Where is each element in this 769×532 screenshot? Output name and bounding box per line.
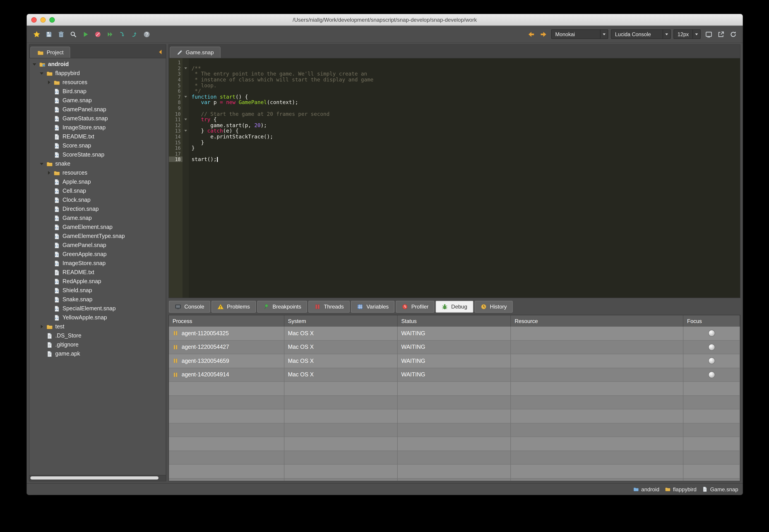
tree-item-gamepanel-snap[interactable]: GamePanel.snap [29, 105, 166, 114]
focus-radio[interactable] [708, 344, 715, 351]
gutter-line-number[interactable]: 9 [169, 105, 182, 111]
tab-history[interactable]: History [474, 301, 513, 312]
tree-item-scorestate-snap[interactable]: ScoreState.snap [29, 150, 166, 159]
collapse-sidebar-button[interactable] [156, 47, 165, 57]
step-return-button[interactable] [129, 29, 139, 39]
tree-item-test[interactable]: test [29, 322, 166, 331]
gutter-line-number[interactable]: 2 [169, 66, 182, 71]
tree-item-resources[interactable]: resources [29, 168, 166, 177]
fullscreen-button[interactable] [703, 29, 714, 39]
tree-item-gameelementtype-snap[interactable]: GameElementType.snap [29, 232, 166, 241]
tab-project[interactable]: Project [30, 47, 70, 58]
window-titlebar[interactable]: /Users/niallg/Work/development/snapscrip… [27, 14, 743, 26]
theme-select[interactable]: Monokai [551, 29, 608, 39]
column-header-resource[interactable]: Resource [511, 315, 684, 327]
column-header-system[interactable]: System [284, 315, 398, 327]
zoom-window-button[interactable] [49, 17, 55, 22]
breadcrumb-item-game-snap[interactable]: Game.snap [702, 486, 738, 492]
tree-item-game-apk[interactable]: game.apk [29, 349, 166, 358]
gutter-line-number[interactable]: 5 [169, 83, 182, 88]
tree-item-readme-txt[interactable]: README.txt [29, 268, 166, 277]
tree-item-flappybird[interactable]: flappybird [29, 69, 166, 78]
breadcrumb-item-android[interactable]: android [633, 486, 659, 492]
sidebar-horizontal-scrollbar[interactable] [29, 475, 166, 481]
tree-item-shield-snap[interactable]: Shield.snap [29, 286, 166, 295]
column-header-process[interactable]: Process [169, 315, 284, 327]
tree-item-clock-snap[interactable]: Clock.snap [29, 195, 166, 204]
column-header-status[interactable]: Status [398, 315, 511, 327]
tree-item-apple-snap[interactable]: Apple.snap [29, 177, 166, 186]
focus-radio[interactable] [708, 371, 715, 378]
fold-toggle-icon[interactable] [182, 67, 189, 69]
tab-threads[interactable]: Threads [308, 301, 350, 312]
trash-button[interactable] [56, 29, 66, 39]
tree-item-specialelement-snap[interactable]: SpecialElement.snap [29, 304, 166, 313]
tree-item-ds-store[interactable]: .DS_Store [29, 331, 166, 340]
stop-button[interactable] [92, 29, 103, 39]
tree-closed-arrow-icon[interactable] [39, 325, 44, 328]
tab-game-snap[interactable]: Game.snap [170, 47, 221, 58]
tree-item-cell-snap[interactable]: Cell.snap [29, 186, 166, 195]
tab-problems[interactable]: Problems [212, 301, 256, 312]
table-row[interactable]: agent-1320054659Mac OS XWAITING [169, 354, 740, 368]
tree-item-direction-snap[interactable]: Direction.snap [29, 204, 166, 214]
close-window-button[interactable] [31, 17, 37, 22]
tree-item-redapple-snap[interactable]: RedApple.snap [29, 277, 166, 286]
gutter-line-number[interactable]: 10 [169, 111, 182, 116]
tree-item-yellowapple-snap[interactable]: YellowApple.snap [29, 313, 166, 322]
fold-toggle-icon[interactable] [182, 119, 189, 120]
gutter-line-number[interactable]: 15 [169, 140, 182, 145]
gutter-line-number[interactable]: 17 [169, 151, 182, 157]
table-row[interactable]: agent-1220054427Mac OS XWAITING [169, 340, 740, 354]
tree-item-score-snap[interactable]: Score.snap [29, 141, 166, 150]
step-into-button[interactable] [117, 29, 127, 39]
font-select[interactable]: Lucida Console [611, 29, 671, 39]
back-button[interactable] [526, 29, 536, 39]
tree-item-gamestatus-snap[interactable]: GameStatus.snap [29, 114, 166, 123]
font-size-select[interactable]: 12px [674, 29, 701, 39]
open-external-button[interactable] [716, 29, 726, 39]
tree-closed-arrow-icon[interactable] [47, 81, 51, 84]
minimize-window-button[interactable] [40, 17, 46, 22]
code-editor[interactable]: 12/**3 * The entry point into the game. … [168, 58, 740, 298]
gutter-line-number[interactable]: 18 [169, 157, 182, 162]
tree-item-game-snap[interactable]: Game.snap [29, 214, 166, 223]
gutter-line-number[interactable]: 3 [169, 71, 182, 77]
focus-radio[interactable] [708, 358, 715, 364]
gutter-line-number[interactable]: 13 [169, 128, 182, 134]
forward-button[interactable] [538, 29, 548, 39]
tree-item-imagestore-snap[interactable]: ImageStore.snap [29, 259, 166, 268]
scrollbar-thumb[interactable] [30, 476, 158, 480]
tree-closed-arrow-icon[interactable] [47, 171, 51, 175]
tree-item-gamepanel-snap[interactable]: GamePanel.snap [29, 241, 166, 250]
tree-item-imagestore-snap[interactable]: ImageStore.snap [29, 123, 166, 132]
tab-breakpoints[interactable]: Breakpoints [257, 301, 307, 312]
breadcrumb-item-flappybird[interactable]: flappybird [665, 486, 697, 492]
gutter-line-number[interactable]: 8 [169, 100, 182, 105]
save-button[interactable] [43, 29, 54, 39]
focus-radio[interactable] [708, 330, 715, 337]
fold-toggle-icon[interactable] [182, 96, 189, 98]
tree-item-gameelement-snap[interactable]: GameElement.snap [29, 223, 166, 232]
table-row[interactable]: agent-1120054325Mac OS XWAITING [169, 327, 740, 340]
tree-item-game-snap[interactable]: Game.snap [29, 96, 166, 105]
gutter-line-number[interactable]: 1 [169, 60, 182, 65]
gutter-line-number[interactable]: 7 [169, 94, 182, 100]
column-header-focus[interactable]: Focus [683, 315, 740, 327]
gutter-line-number[interactable]: 4 [169, 77, 182, 82]
tab-variables[interactable]: Variables [351, 301, 394, 312]
tab-debug[interactable]: Debug [436, 301, 473, 312]
tab-profiler[interactable]: Profiler [396, 301, 435, 312]
tree-item-readme-txt[interactable]: README.txt [29, 132, 166, 141]
gutter-line-number[interactable]: 14 [169, 134, 182, 139]
run-button[interactable] [80, 29, 90, 39]
fold-toggle-icon[interactable] [182, 130, 189, 132]
resume-button[interactable] [105, 29, 115, 39]
tree-item-snake-snap[interactable]: Snake.snap [29, 295, 166, 304]
tree-open-arrow-icon[interactable] [39, 72, 44, 74]
gutter-line-number[interactable]: 6 [169, 88, 182, 94]
tab-console[interactable]: Console [169, 301, 210, 312]
gutter-line-number[interactable]: 11 [169, 117, 182, 122]
tree-item-android[interactable]: android [29, 60, 166, 69]
refresh-button[interactable] [728, 29, 738, 39]
